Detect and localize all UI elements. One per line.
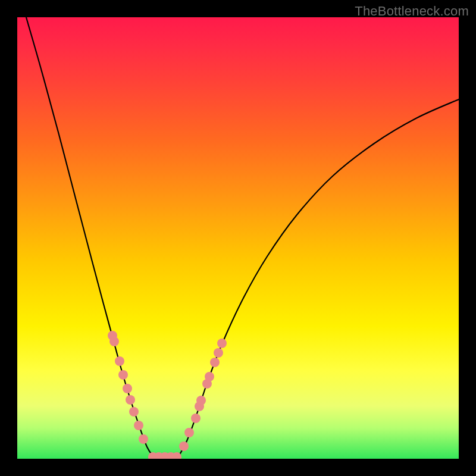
scatter-dot (210, 358, 220, 367)
scatter-dot (126, 395, 135, 405)
plot-area (17, 17, 459, 459)
scatter-dot (184, 428, 194, 437)
scatter-dots (108, 331, 227, 459)
scatter-dot (109, 337, 119, 346)
curve-right-branch (178, 99, 459, 458)
scatter-dot (217, 339, 227, 348)
curve-layer (17, 17, 459, 459)
scatter-dot (134, 421, 143, 430)
scatter-dot (118, 370, 128, 380)
scatter-dot (191, 414, 201, 423)
scatter-dot (123, 384, 132, 393)
chart-frame: TheBottleneck.com (0, 0, 476, 476)
scatter-dot (214, 348, 223, 358)
scatter-dot (115, 356, 124, 366)
scatter-dot (129, 407, 139, 416)
scatter-dot (205, 372, 214, 381)
bottleneck-curve (26, 17, 459, 458)
scatter-dot (139, 434, 148, 444)
scatter-dot (179, 441, 189, 451)
scatter-dot (196, 396, 206, 405)
curve-left-branch (26, 17, 154, 458)
